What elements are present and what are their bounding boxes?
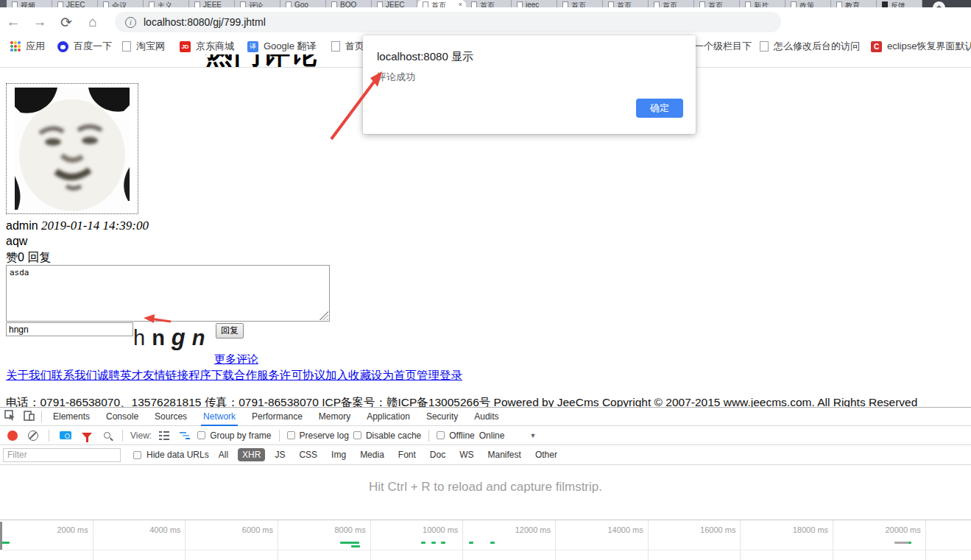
browser-tab[interactable]: 政策 [785,0,831,7]
footer-link[interactable]: 设为首页 [371,369,417,381]
devtools-tab-security[interactable]: Security [418,408,466,426]
filter-type-media[interactable]: Media [356,448,389,461]
filter-type-css[interactable]: CSS [294,448,322,461]
bookmark-item[interactable]: 百度一下 [57,40,112,53]
footer-link[interactable]: 许可协议 [280,369,325,381]
footer-link[interactable]: 加入收藏 [325,369,371,381]
devtools-tab-audits[interactable]: Audits [466,408,506,426]
network-request-mark[interactable] [340,542,359,544]
filter-type-js[interactable]: JS [270,448,289,461]
network-request-mark[interactable] [421,542,426,544]
page-info-icon[interactable]: i [125,17,136,28]
bookmark-item[interactable]: 应用 [10,40,45,53]
devtools-tab-memory[interactable]: Memory [311,408,359,426]
reply-button[interactable]: 回复 [216,323,244,339]
record-icon[interactable] [7,430,18,441]
clear-icon[interactable] [28,430,38,441]
new-tab-button[interactable]: + [933,1,945,7]
url-text[interactable]: localhost:8080/gj/799.jhtml [144,16,266,28]
network-request-mark[interactable] [1,542,10,544]
more-comments-link[interactable]: 更多评论 [214,352,258,366]
browser-tab[interactable]: 首页 [466,0,512,7]
filter-funnel-icon[interactable] [82,433,92,439]
filter-type-xhr[interactable]: XHR [238,448,265,461]
filter-input[interactable] [3,448,121,462]
hide-data-urls-checkbox[interactable] [133,451,141,459]
disable-cache-checkbox[interactable] [353,431,361,439]
browser-tab[interactable]: 视频 [7,0,52,7]
bookmark-item[interactable]: 怎么修改后台的访问 [760,40,860,53]
offline-checkbox[interactable] [437,431,445,439]
browser-tab[interactable]: 首页 [694,0,740,7]
like-count[interactable]: 赞0 [6,251,24,263]
network-request-mark[interactable] [351,545,359,547]
devtools-tab-application[interactable]: Application [359,408,418,426]
back-icon[interactable]: ← [0,14,27,30]
browser-tab[interactable]: BOO [326,0,372,7]
filter-type-ws[interactable]: WS [455,448,478,461]
bookmark-item[interactable]: JD京东商城 [180,40,234,53]
browser-tab[interactable]: 主义 [144,0,189,7]
browser-tab[interactable]: 反馈 [877,0,922,7]
search-icon[interactable] [104,432,110,439]
browser-tab[interactable]: 首页 [603,0,649,7]
reply-link[interactable]: 回复 [27,251,51,263]
group-by-frame-checkbox[interactable] [197,431,205,439]
browser-tab[interactable]: jeec [512,0,557,7]
browser-tab[interactable]: Goo [280,0,326,7]
browser-tab[interactable]: 教育 [831,0,877,7]
footer-link[interactable]: 诚聘英才 [97,369,143,381]
filter-type-all[interactable]: All [214,448,233,461]
browser-tab[interactable]: JEEE [189,0,235,7]
filter-type-manifest[interactable]: Manifest [484,448,526,461]
bookmark-item[interactable]: 淘宝网 [122,40,165,53]
network-request-mark[interactable] [908,542,911,544]
browser-tab[interactable]: JEEC [52,0,98,7]
captcha-input[interactable] [6,322,133,336]
footer-link[interactable]: 合作服务 [234,369,280,381]
textarea-resize-grip[interactable] [319,311,328,320]
footer-link[interactable]: 关于我们 [6,369,52,381]
devtools-tab-network[interactable]: Network [195,408,244,426]
throttling-select[interactable]: Online [479,430,505,441]
forward-icon[interactable]: → [27,14,53,30]
alert-ok-button[interactable]: 确定 [636,99,683,118]
waterfall-view-icon[interactable] [180,431,190,440]
preserve-log-checkbox[interactable] [287,431,295,439]
tab-close-icon[interactable]: × [459,1,462,7]
devtools-tab-elements[interactable]: Elements [45,408,98,426]
network-timeline[interactable]: 2000 ms4000 ms6000 ms8000 ms10000 ms1200… [0,520,971,560]
browser-tab[interactable]: JEEC [372,0,417,7]
inspect-element-icon[interactable] [0,410,19,423]
bookmark-item[interactable]: 译Google 翻译 [247,40,317,53]
filter-type-font[interactable]: Font [394,448,420,461]
browser-tab[interactable]: 新片 [740,0,785,7]
reload-icon[interactable]: ⟳ [53,14,80,31]
devtools-tab-performance[interactable]: Performance [244,408,311,426]
network-request-mark[interactable] [490,542,495,544]
browser-tab[interactable]: 首页× [417,0,466,7]
footer-link[interactable]: 程序下载 [188,369,234,381]
chevron-down-icon[interactable]: ▼ [529,432,536,439]
filter-type-other[interactable]: Other [531,448,562,461]
bookmark-item[interactable]: 一个级栏目下 [694,40,752,53]
bookmark-item[interactable]: 首页 [331,40,364,53]
devtools-tab-console[interactable]: Console [98,408,146,426]
network-request-mark[interactable] [441,542,445,544]
home-icon[interactable]: ⌂ [80,14,106,30]
address-bar[interactable]: i localhost:8080/gj/799.jhtml [115,12,781,32]
bookmark-item[interactable]: Ceclipse恢复界面默认 [871,40,971,53]
list-view-icon[interactable] [159,431,169,440]
browser-tab[interactable]: 评论 [235,0,280,7]
network-request-mark[interactable] [469,542,473,544]
browser-tab[interactable]: 首页 [649,0,694,7]
screenshot-icon[interactable] [60,431,71,439]
device-toolbar-icon[interactable] [19,411,38,423]
filter-type-doc[interactable]: Doc [426,448,450,461]
footer-link[interactable]: 友情链接 [143,369,188,381]
devtools-tab-sources[interactable]: Sources [146,408,195,426]
browser-tab[interactable]: 首页 [557,0,603,7]
footer-link[interactable]: 联系我们 [52,369,97,381]
footer-link[interactable]: 管理登录 [417,369,462,381]
filter-type-img[interactable]: Img [327,448,350,461]
